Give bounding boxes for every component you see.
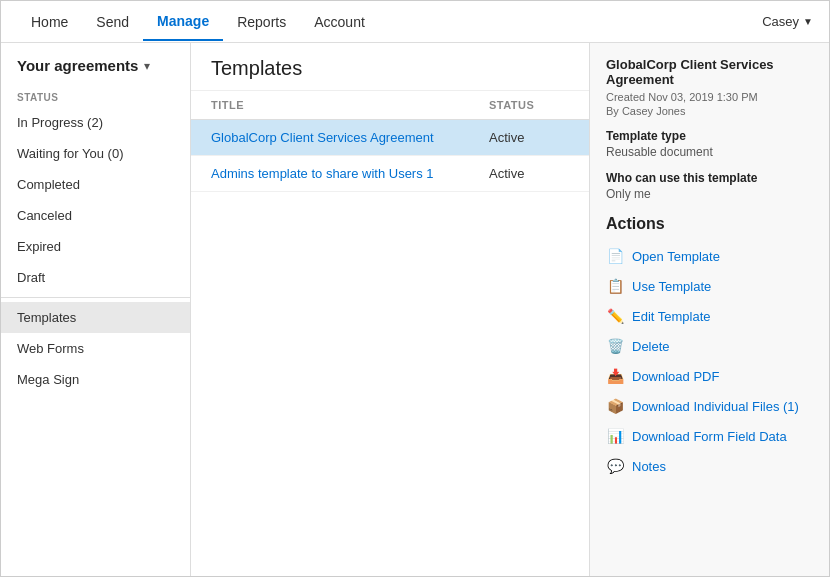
panel-template-type-label: Template type: [606, 129, 813, 143]
action-notes-label: Notes: [632, 459, 666, 474]
action-download-pdf[interactable]: 📥 Download PDF: [606, 361, 813, 391]
panel-by: By Casey Jones: [606, 105, 813, 117]
panel-who-can-use-label: Who can use this template: [606, 171, 813, 185]
action-download-individual-label: Download Individual Files (1): [632, 399, 799, 414]
top-navigation: Home Send Manage Reports Account Casey ▼: [1, 1, 829, 43]
app-window: Home Send Manage Reports Account Casey ▼…: [0, 0, 830, 577]
panel-who-can-use-value: Only me: [606, 187, 813, 201]
use-template-icon: 📋: [606, 277, 624, 295]
action-delete-label: Delete: [632, 339, 670, 354]
nav-home[interactable]: Home: [17, 4, 82, 40]
action-edit-template[interactable]: ✏️ Edit Template: [606, 301, 813, 331]
sidebar-item-templates[interactable]: Templates: [1, 302, 190, 333]
status-label: STATUS: [17, 92, 174, 103]
notes-icon: 💬: [606, 457, 624, 475]
row-title: Admins template to share with Users 1: [211, 166, 489, 181]
delete-icon: 🗑️: [606, 337, 624, 355]
status-section: STATUS: [1, 84, 190, 107]
download-form-data-icon: 📊: [606, 427, 624, 445]
action-open-template[interactable]: 📄 Open Template: [606, 241, 813, 271]
agreements-table: TITLE STATUS GlobalCorp Client Services …: [191, 91, 589, 576]
action-edit-template-label: Edit Template: [632, 309, 711, 324]
user-name: Casey: [762, 14, 799, 29]
action-delete[interactable]: 🗑️ Delete: [606, 331, 813, 361]
action-use-template-label: Use Template: [632, 279, 711, 294]
table-row[interactable]: Admins template to share with Users 1 Ac…: [191, 156, 589, 192]
sidebar-item-in-progress[interactable]: In Progress (2): [1, 107, 190, 138]
main-layout: Your agreements ▾ STATUS In Progress (2)…: [1, 43, 829, 576]
agreements-header-text: Your agreements: [17, 57, 138, 74]
content-title: Templates: [211, 57, 569, 80]
sidebar: Your agreements ▾ STATUS In Progress (2)…: [1, 43, 191, 576]
row-status: Active: [489, 166, 569, 181]
nav-manage[interactable]: Manage: [143, 3, 223, 41]
row-status: Active: [489, 130, 569, 145]
panel-agreement-title: GlobalCorp Client Services Agreement: [606, 57, 813, 87]
sidebar-item-mega-sign[interactable]: Mega Sign: [1, 364, 190, 395]
action-use-template[interactable]: 📋 Use Template: [606, 271, 813, 301]
col-title-header: TITLE: [211, 99, 489, 111]
sidebar-item-completed[interactable]: Completed: [1, 169, 190, 200]
table-row[interactable]: GlobalCorp Client Services Agreement Act…: [191, 120, 589, 156]
sidebar-item-draft[interactable]: Draft: [1, 262, 190, 293]
action-download-pdf-label: Download PDF: [632, 369, 719, 384]
agreements-header[interactable]: Your agreements ▾: [1, 43, 190, 84]
row-title: GlobalCorp Client Services Agreement: [211, 130, 489, 145]
center-content: Templates TITLE STATUS GlobalCorp Client…: [191, 43, 589, 576]
nav-account[interactable]: Account: [300, 4, 379, 40]
action-download-form-data-label: Download Form Field Data: [632, 429, 787, 444]
col-status-header: STATUS: [489, 99, 569, 111]
sidebar-item-web-forms[interactable]: Web Forms: [1, 333, 190, 364]
chevron-down-icon: ▼: [803, 16, 813, 27]
table-header: TITLE STATUS: [191, 91, 589, 120]
action-notes[interactable]: 💬 Notes: [606, 451, 813, 481]
user-menu[interactable]: Casey ▼: [762, 14, 813, 29]
open-template-icon: 📄: [606, 247, 624, 265]
action-open-template-label: Open Template: [632, 249, 720, 264]
panel-template-type-value: Reusable document: [606, 145, 813, 159]
actions-title: Actions: [606, 215, 813, 233]
nav-reports[interactable]: Reports: [223, 4, 300, 40]
right-panel: GlobalCorp Client Services Agreement Cre…: [589, 43, 829, 576]
sidebar-item-waiting[interactable]: Waiting for You (0): [1, 138, 190, 169]
sidebar-item-canceled[interactable]: Canceled: [1, 200, 190, 231]
download-individual-icon: 📦: [606, 397, 624, 415]
action-download-individual[interactable]: 📦 Download Individual Files (1): [606, 391, 813, 421]
sidebar-divider: [1, 297, 190, 298]
download-pdf-icon: 📥: [606, 367, 624, 385]
sidebar-item-expired[interactable]: Expired: [1, 231, 190, 262]
panel-created: Created Nov 03, 2019 1:30 PM: [606, 91, 813, 103]
edit-template-icon: ✏️: [606, 307, 624, 325]
chevron-down-icon: ▾: [144, 59, 150, 73]
nav-send[interactable]: Send: [82, 4, 143, 40]
action-download-form-data[interactable]: 📊 Download Form Field Data: [606, 421, 813, 451]
content-header: Templates: [191, 43, 589, 91]
